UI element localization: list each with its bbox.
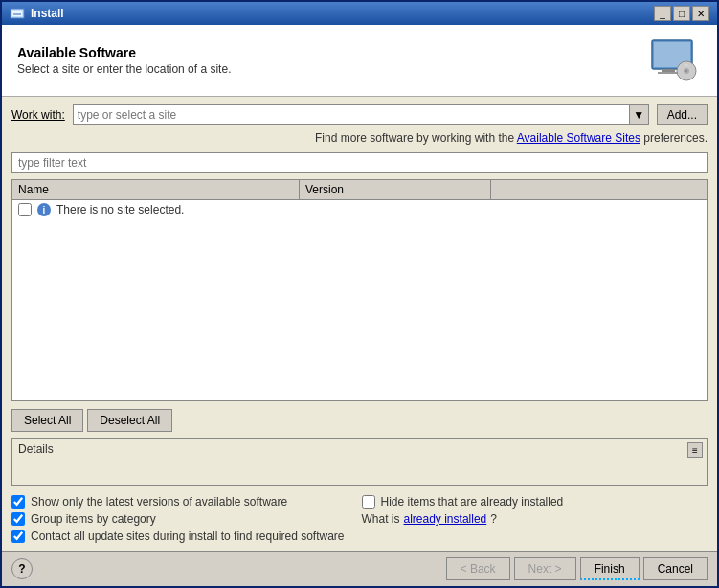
work-with-row: Work with: ▼ Add... <box>11 104 708 125</box>
install-window: Install _ □ ✕ Available Software Select … <box>0 0 719 588</box>
details-scroll[interactable]: ≡ <box>687 442 703 458</box>
finish-button[interactable]: Finish <box>580 557 640 580</box>
checkbox-contact-update-sites-label: Contact all update sites during install … <box>31 530 345 543</box>
checkbox-group-by-category-label: Group items by category <box>31 512 156 526</box>
header-subtitle: Select a site or enter the location of a… <box>17 62 231 76</box>
selection-buttons: Select All Deselect All <box>11 409 708 432</box>
link-row: Find more software by working with the A… <box>11 131 708 145</box>
checkbox-latest-versions[interactable] <box>11 495 25 509</box>
site-selector-wrapper: ▼ <box>73 104 649 125</box>
already-installed-suffix: ? <box>490 512 497 526</box>
software-table: Name Version i There is no site selected… <box>11 179 708 401</box>
column-version: Version <box>300 180 491 199</box>
checkbox-group-by-category[interactable] <box>11 512 25 526</box>
back-button[interactable]: < Back <box>446 557 510 580</box>
link-preferences: preferences. <box>643 131 708 145</box>
title-bar-left: Install <box>10 6 64 21</box>
svg-rect-2 <box>13 13 21 15</box>
checkbox-hide-installed-label: Hide items that are already installed <box>381 495 564 509</box>
window-title: Install <box>31 7 64 20</box>
svg-rect-6 <box>658 72 679 74</box>
link-prefix: Find more software by working with the <box>315 131 514 145</box>
row-text: There is no site selected. <box>56 203 184 216</box>
info-icon: i <box>37 203 51 216</box>
deselect-all-button[interactable]: Deselect All <box>87 409 172 432</box>
next-button[interactable]: Next > <box>514 557 576 580</box>
select-all-button[interactable]: Select All <box>11 409 83 432</box>
checkboxes-section: Show only the latest versions of availab… <box>11 495 708 543</box>
title-bar: Install _ □ ✕ <box>2 2 717 25</box>
title-buttons: _ □ ✕ <box>654 6 709 21</box>
checkbox-row-1: Show only the latest versions of availab… <box>11 495 358 509</box>
available-software-sites-link[interactable]: Available Software Sites <box>517 131 640 145</box>
site-input[interactable] <box>73 104 630 125</box>
details-section: Details ≡ <box>11 438 708 486</box>
checkbox-contact-update-sites[interactable] <box>11 530 25 543</box>
minimize-button[interactable]: _ <box>654 6 671 21</box>
help-button[interactable]: ? <box>11 558 33 579</box>
checkbox-row-3: Group items by category <box>11 512 358 526</box>
table-header: Name Version <box>12 180 707 200</box>
column-extra <box>491 180 707 199</box>
already-installed-prefix: What is <box>362 512 400 526</box>
checkbox-latest-versions-label: Show only the latest versions of availab… <box>31 495 287 509</box>
table-body: i There is no site selected. <box>12 200 707 400</box>
table-row: i There is no site selected. <box>12 200 707 219</box>
filter-input[interactable] <box>11 152 708 173</box>
header-text: Available Software Select a site or ente… <box>17 45 231 76</box>
footer-right: < Back Next > Finish Cancel <box>446 557 708 580</box>
svg-point-10 <box>685 64 688 66</box>
svg-point-9 <box>685 70 687 72</box>
header-section: Available Software Select a site or ente… <box>2 25 717 97</box>
checkbox-hide-installed[interactable] <box>362 495 375 509</box>
already-installed-row: What is already installed ? <box>362 512 708 526</box>
column-name: Name <box>12 180 300 199</box>
checkbox-row-2: Hide items that are already installed <box>362 495 708 509</box>
window-icon <box>10 6 25 21</box>
header-icon <box>644 36 702 84</box>
footer: ? < Back Next > Finish Cancel <box>2 551 717 586</box>
work-with-label: Work with: <box>11 108 65 122</box>
add-button[interactable]: Add... <box>657 104 708 125</box>
close-button[interactable]: ✕ <box>692 6 709 21</box>
details-label: Details <box>18 442 54 456</box>
header-title: Available Software <box>17 45 231 60</box>
checkbox-row-4: Contact all update sites during install … <box>11 530 358 543</box>
footer-left: ? <box>11 558 33 579</box>
cancel-button[interactable]: Cancel <box>643 557 708 580</box>
header-graphic <box>644 36 702 84</box>
site-dropdown-arrow[interactable]: ▼ <box>630 104 649 125</box>
svg-rect-5 <box>662 69 675 72</box>
row-checkbox[interactable] <box>18 203 32 216</box>
already-installed-link[interactable]: already installed <box>404 512 487 526</box>
main-content: Work with: ▼ Add... Find more software b… <box>2 97 717 551</box>
maximize-button[interactable]: □ <box>673 6 690 21</box>
